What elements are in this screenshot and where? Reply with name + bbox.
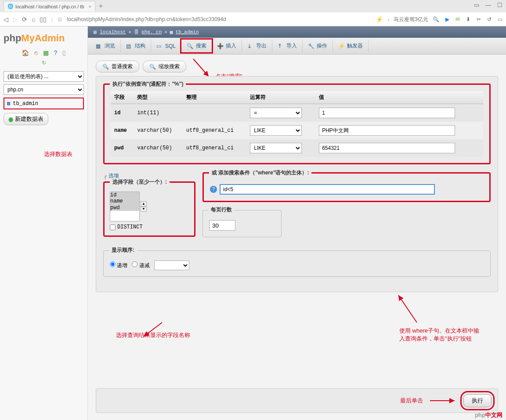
window-maximize-icon[interactable]: ☐ (497, 2, 502, 8)
desc-radio[interactable] (132, 261, 137, 267)
search-form: 执行"依例查询"(通配符："%") 字段 类型 整理 运算符 值 id int(… (96, 76, 498, 292)
home-icon[interactable]: ⌂ (32, 16, 35, 23)
docs-icon[interactable]: ▯ (62, 49, 66, 56)
tab-browse[interactable]: ▦浏览 (90, 40, 121, 52)
new-tab-button[interactable]: + (99, 2, 103, 10)
breadcrumb-host[interactable]: localhost (100, 29, 126, 35)
help-icon[interactable]: ? (210, 186, 217, 193)
breadcrumb-table[interactable]: tb_admin (175, 29, 199, 35)
tab-search[interactable]: 🔍搜索 (180, 38, 213, 54)
subtab-zoom-search[interactable]: 🔍缩放搜索 (143, 61, 186, 72)
order-by-select[interactable] (154, 261, 189, 270)
new-table-button[interactable]: ◉ 新建数据表 (4, 113, 48, 125)
reorder-buttons[interactable]: ▲▼ (141, 201, 147, 212)
content-area: 🖥 localhost » 🗄 php. cn » ▦ tb_admin ▦浏览… (88, 26, 506, 420)
table-icon: ▦ (7, 100, 10, 107)
home-icon[interactable]: 🏠 (22, 49, 29, 56)
fields-multiselect[interactable]: id name pwd (110, 192, 140, 221)
tab-sql[interactable]: ▭SQL (151, 40, 181, 52)
header-collation: 整理 (183, 91, 246, 104)
query-by-example-fieldset: 执行"依例查询"(通配符："%") 字段 类型 整理 运算符 值 id int(… (103, 83, 491, 164)
search-icon: 🔍 (102, 64, 109, 70)
star-icon[interactable]: ☆ (57, 16, 63, 23)
table-row: pwd varchar(50) utf8_general_ci LIKE (111, 139, 483, 157)
browser-chrome: 🌐 localhost / localhost / php.cn / tb × … (0, 0, 506, 26)
window-minimize-icon[interactable]: — (485, 2, 491, 8)
headline-text[interactable]: 马云座驾3亿元 (394, 16, 428, 23)
browser-tab[interactable]: 🌐 localhost / localhost / php.cn / tb × (4, 1, 95, 11)
annotation-select-table: 选择数据表 (44, 150, 72, 158)
execute-button[interactable]: 执行 (463, 394, 492, 407)
sql-icon[interactable]: ▦ (43, 49, 49, 56)
db-icon: 🗄 (134, 29, 139, 35)
tab-export[interactable]: ⤓导出 (242, 40, 272, 52)
operator-select[interactable]: LIKE (250, 143, 302, 153)
tab-bar: 🌐 localhost / localhost / php.cn / tb × … (0, 0, 506, 12)
chevron-right-icon[interactable]: › (387, 16, 390, 23)
exit-icon[interactable]: ⎋ (34, 49, 38, 56)
refresh-icon[interactable]: ↻ (42, 60, 46, 66)
value-input[interactable] (319, 108, 455, 118)
sidebar-table-item[interactable]: ▦ tb_admin (4, 98, 84, 109)
wechat-icon[interactable]: ✉ (455, 16, 460, 22)
database-select[interactable]: php.cn (4, 84, 84, 95)
operator-select[interactable]: LIKE (250, 125, 302, 136)
sub-tabs: 🔍普通搜索 🔍缩放搜索 (96, 61, 498, 72)
desc-radio-label[interactable]: 递减 (132, 261, 149, 269)
insert-icon: ➕ (217, 43, 223, 49)
annotation-last-click: 最后单击 (400, 397, 423, 405)
window-restore-icon[interactable]: ▭ (474, 2, 479, 8)
url-bar[interactable]: localhost/phpMyAdmin/index.php?db=php.cn… (67, 16, 371, 22)
nav-bar: ◁ ▷ ⟳ ⌂ ▯▯ | ☆ localhost/phpMyAdmin/inde… (0, 12, 506, 26)
search-icon[interactable]: 🔍 (433, 16, 439, 22)
operations-icon: 🔧 (308, 43, 314, 49)
tab-triggers[interactable]: ⚡触发器 (333, 40, 369, 52)
breadcrumb: 🖥 localhost » 🗄 php. cn » ▦ tb_admin (88, 26, 506, 38)
play-icon[interactable]: ▶ (445, 16, 449, 22)
lightning-icon[interactable]: ⚡ (376, 16, 383, 23)
breadcrumb-db[interactable]: php. cn (141, 29, 162, 35)
close-icon[interactable]: × (89, 4, 91, 9)
value-input[interactable] (319, 125, 455, 136)
help-icon[interactable]: ? (54, 49, 58, 56)
download-icon[interactable]: ⬇ (466, 16, 470, 22)
table-row: name varchar(50) utf8_general_ci LIKE (111, 122, 483, 139)
header-operator: 运算符 (246, 91, 315, 104)
undo-icon[interactable]: ↺ (487, 16, 492, 22)
scissors-icon[interactable]: ✂ (477, 16, 481, 22)
server-icon: 🖥 (92, 29, 97, 35)
tab-import[interactable]: ⤒导入 (272, 40, 303, 52)
zoom-icon: 🔍 (149, 64, 156, 70)
bookmark-icon[interactable]: ▭ (498, 16, 502, 22)
browse-icon: ▦ (96, 43, 102, 49)
tab-title: localhost / localhost / php.cn / tb (15, 4, 84, 9)
structure-icon: ▤ (126, 43, 132, 49)
reload-icon[interactable]: ⟳ (22, 16, 27, 23)
query-table: 字段 类型 整理 运算符 值 id int(11) = (111, 91, 483, 157)
top-tabs: ▦浏览 ▤结构 ▭SQL 🔍搜索 ➕插入 ⤓导出 ⤒导入 🔧操作 ⚡触发器 (88, 38, 506, 54)
annotation-where: 使用 where子句。在文本框中输入查询条件，单击"执行"按钮 (399, 327, 483, 343)
forward-icon[interactable]: ▷ (13, 16, 18, 23)
header-type: 类型 (134, 91, 183, 104)
tab-insert[interactable]: ➕插入 (212, 40, 242, 52)
where-input[interactable] (220, 184, 435, 195)
recent-tables-select[interactable]: (最近使用的表) ... (4, 71, 84, 82)
tab-operations[interactable]: 🔧操作 (303, 40, 333, 52)
header-value: 值 (315, 91, 483, 104)
select-fields-legend: 选择字段（至少一个）: (110, 178, 170, 186)
rows-per-page-input[interactable] (209, 220, 235, 231)
tab-structure[interactable]: ▤结构 (121, 40, 151, 52)
globe-icon: 🌐 (7, 4, 14, 9)
annotation-select-fields: 选择查询结果显示的字段名称 (116, 331, 190, 339)
value-input[interactable] (319, 143, 455, 153)
operator-select[interactable]: = (250, 108, 302, 118)
asc-radio-label[interactable]: 递增 (110, 261, 127, 269)
where-fieldset: 或 添加搜索条件（"where"语句的主体）: ? (202, 172, 491, 202)
rows-fieldset: 每页行数 (202, 210, 282, 237)
subtab-normal-search[interactable]: 🔍普通搜索 (96, 61, 139, 72)
reader-icon[interactable]: ▯▯ (40, 16, 47, 23)
header-field: 字段 (111, 91, 134, 104)
back-icon[interactable]: ◁ (4, 16, 8, 23)
asc-radio[interactable] (110, 261, 116, 267)
distinct-checkbox[interactable] (110, 224, 116, 230)
